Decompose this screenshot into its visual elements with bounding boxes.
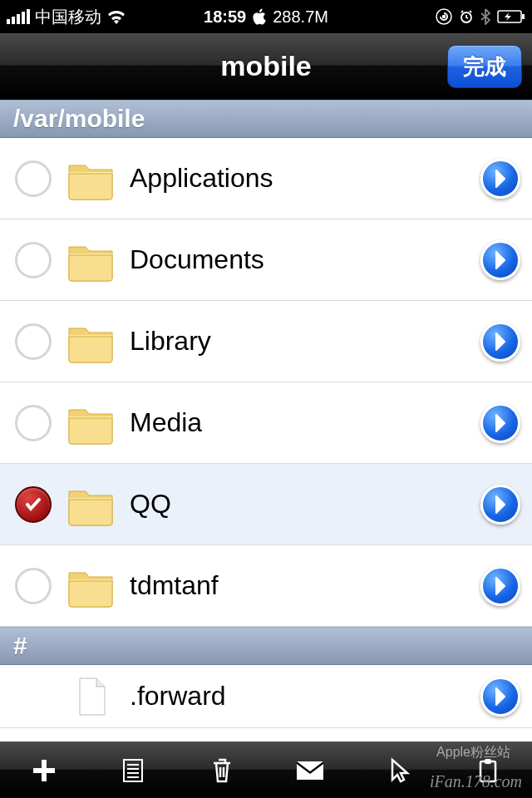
select-checkbox[interactable]	[15, 160, 52, 197]
folder-icon	[66, 157, 115, 200]
item-name: Media	[130, 407, 466, 438]
list-item[interactable]: Applications	[0, 138, 532, 219]
path-header: /var/mobile	[0, 100, 532, 138]
done-label: 完成	[463, 52, 506, 81]
svg-rect-5	[124, 760, 142, 781]
toolbar	[0, 741, 532, 798]
list-item[interactable]: Library	[0, 301, 532, 382]
apple-icon	[253, 8, 266, 25]
detail-button[interactable]	[480, 677, 520, 717]
svg-rect-7	[480, 761, 495, 781]
item-name: QQ	[130, 489, 466, 520]
alarm-icon	[459, 9, 474, 24]
clipboard-button[interactable]	[470, 752, 506, 789]
mail-button[interactable]	[292, 752, 328, 789]
nav-bar: mobile 完成	[0, 33, 532, 100]
folder-icon	[66, 320, 115, 363]
add-button[interactable]	[26, 752, 62, 789]
status-bar: 中国移动 18:59 288.7M	[0, 0, 532, 33]
list-item[interactable]: .forward	[0, 665, 532, 728]
time-label: 18:59	[204, 7, 246, 27]
svg-rect-1	[442, 15, 446, 18]
detail-button[interactable]	[480, 566, 520, 606]
item-name: Library	[130, 326, 466, 357]
detail-button[interactable]	[480, 240, 520, 280]
select-checkbox[interactable]	[15, 568, 52, 604]
file-list-hash: .forward	[0, 665, 532, 728]
bluetooth-icon	[480, 8, 490, 25]
file-icon	[66, 675, 115, 718]
battery-charging-icon	[497, 10, 525, 23]
folder-icon	[66, 483, 115, 526]
done-button[interactable]: 完成	[447, 45, 522, 88]
detail-button[interactable]	[480, 322, 520, 362]
signal-icon	[7, 9, 30, 24]
folder-icon	[66, 239, 115, 282]
select-checkbox[interactable]	[15, 323, 52, 360]
rotation-lock-icon	[436, 8, 452, 25]
folder-icon	[66, 564, 115, 608]
cursor-button[interactable]	[381, 752, 417, 789]
delete-button[interactable]	[204, 752, 240, 789]
folder-icon	[66, 401, 115, 445]
list-item[interactable]: QQ	[0, 464, 532, 545]
detail-button[interactable]	[480, 485, 520, 525]
item-name: tdmtanf	[130, 570, 466, 601]
list-item[interactable]: Media	[0, 382, 532, 464]
item-name: Documents	[130, 244, 466, 275]
select-checkbox[interactable]	[15, 405, 52, 441]
item-name: Applications	[130, 163, 466, 194]
select-checkbox[interactable]	[15, 486, 52, 523]
detail-button[interactable]	[480, 159, 520, 199]
carrier-label: 中国移动	[35, 6, 101, 28]
archive-button[interactable]	[115, 752, 151, 789]
svg-rect-6	[297, 761, 323, 780]
item-name: .forward	[130, 681, 466, 712]
page-title: mobile	[220, 50, 312, 82]
svg-rect-8	[485, 759, 491, 764]
mem-label: 288.7M	[273, 7, 328, 27]
hash-header: #	[0, 627, 532, 665]
detail-button[interactable]	[480, 403, 520, 443]
file-list: Applications Documents Library Media	[0, 138, 532, 627]
list-item[interactable]: Documents	[0, 219, 532, 301]
list-item[interactable]: tdmtanf	[0, 545, 532, 627]
svg-rect-4	[522, 14, 525, 19]
select-checkbox[interactable]	[15, 242, 52, 278]
wifi-icon	[106, 9, 126, 24]
